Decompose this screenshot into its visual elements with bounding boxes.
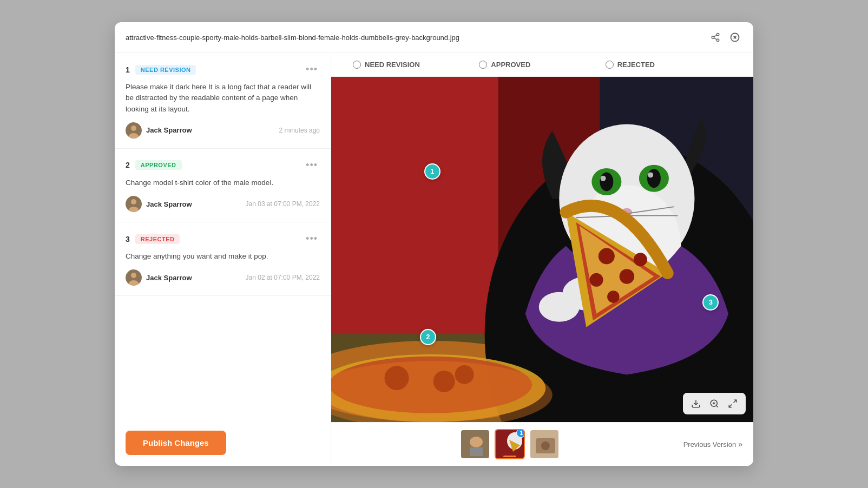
author-name: Jack Sparrow (146, 274, 192, 282)
svg-point-0 (716, 34, 719, 36)
filename-label: attractive-fitness-couple-sporty-male-ho… (126, 34, 702, 42)
svg-point-29 (647, 169, 661, 188)
status-option-label: APPROVED (491, 61, 530, 69)
comment-footer: Jack Sparrow Jan 02 at 07:00 PM, 2022 (126, 269, 320, 286)
comment-time: Jan 02 at 07:00 PM, 2022 (246, 274, 320, 281)
svg-point-46 (607, 291, 620, 303)
comment-footer: Jack Sparrow Jan 03 at 07:00 PM, 2022 (126, 196, 320, 212)
svg-point-44 (590, 273, 603, 287)
svg-point-15 (131, 273, 136, 278)
thumb-badge: 1 (516, 429, 525, 438)
status-bar: NEED REVISION APPROVED REJECTED (331, 53, 753, 77)
comment-text: Change anything you want and make it pop… (126, 251, 320, 262)
svg-line-59 (729, 405, 732, 407)
author-name: Jack Sparrow (146, 200, 192, 208)
previous-version-link[interactable]: Previous Version » (683, 440, 742, 449)
modal-header: attractive-fitness-couple-sporty-male-ho… (115, 22, 753, 53)
zoom-button[interactable] (707, 396, 722, 411)
svg-point-31 (648, 172, 653, 177)
comment-author: Jack Sparrow (126, 269, 192, 286)
comment-number-badge: 2 APPROVED (126, 160, 182, 170)
fullscreen-button[interactable] (725, 396, 740, 411)
comment-text: Please make it dark here It is a long fa… (126, 82, 320, 115)
comment-author: Jack Sparrow (126, 122, 192, 139)
svg-point-42 (599, 248, 615, 264)
comment-number: 1 (126, 65, 130, 74)
svg-line-4 (714, 35, 716, 37)
thumbnail-bar: 1 Previous Version » (331, 422, 753, 466)
previous-version-label: Previous Version (683, 440, 737, 449)
svg-point-1 (712, 36, 714, 39)
avatar (126, 269, 142, 286)
svg-point-61 (470, 437, 483, 447)
download-button[interactable] (688, 396, 703, 411)
comment-text: Change model t-shirt color of the male m… (126, 177, 320, 188)
more-options-button[interactable]: ••• (304, 232, 320, 246)
status-badge: NEED REVISION (135, 65, 196, 75)
svg-point-30 (601, 176, 606, 181)
avatar (126, 196, 142, 212)
status-option-need-revision[interactable]: NEED REVISION (353, 61, 479, 69)
annotation-pin-2[interactable]: 2 (420, 329, 436, 345)
comment-author: Jack Sparrow (126, 196, 192, 212)
publish-area: Publish Changes (115, 420, 331, 466)
left-panel: 1 NEED REVISION ••• Please make it dark … (115, 53, 331, 466)
status-option-approved[interactable]: APPROVED (479, 61, 605, 69)
status-option-label: NEED REVISION (365, 61, 420, 69)
svg-point-68 (541, 441, 550, 450)
modal-body: 1 NEED REVISION ••• Please make it dark … (115, 53, 753, 466)
status-option-label: REJECTED (617, 61, 655, 69)
comment-header: 2 APPROVED ••• (126, 159, 320, 172)
svg-point-9 (131, 126, 136, 131)
thumbnail-1[interactable] (460, 429, 490, 459)
comment-number-badge: 3 REJECTED (126, 234, 180, 244)
status-badge: APPROVED (135, 160, 182, 170)
thumbnail-2[interactable]: 1 (495, 429, 525, 459)
status-radio-approved[interactable] (479, 61, 487, 69)
comment-item: 3 REJECTED ••• Change anything you want … (115, 222, 331, 296)
svg-point-45 (634, 253, 647, 266)
image-area: 1 2 3 (331, 77, 753, 422)
thumbnails: 1 (342, 429, 678, 459)
svg-rect-62 (470, 447, 483, 456)
thumbnail-3[interactable] (529, 429, 560, 459)
svg-line-55 (716, 405, 718, 407)
status-badge: REJECTED (135, 234, 180, 244)
more-options-button[interactable]: ••• (304, 63, 320, 76)
status-radio-need-revision[interactable] (353, 61, 361, 69)
more-options-button[interactable]: ••• (304, 159, 320, 172)
annotation-pin-1[interactable]: 1 (424, 163, 440, 180)
author-name: Jack Sparrow (146, 126, 192, 134)
comment-time: Jan 03 at 07:00 PM, 2022 (246, 200, 320, 208)
status-radio-rejected[interactable] (606, 61, 614, 69)
comment-number: 2 (126, 161, 130, 169)
right-panel: NEED REVISION APPROVED REJECTED (331, 53, 753, 466)
svg-point-2 (716, 39, 719, 42)
comment-number: 3 (126, 235, 130, 243)
chevron-right-icon: » (738, 440, 742, 449)
comment-item: 1 NEED REVISION ••• Please make it dark … (115, 53, 331, 149)
svg-point-12 (131, 199, 136, 205)
svg-point-38 (539, 292, 580, 322)
comment-header: 3 REJECTED ••• (126, 232, 320, 246)
comment-time: 2 minutes ago (279, 127, 320, 134)
header-icons (708, 30, 742, 45)
copy-link-button[interactable] (708, 30, 723, 45)
comment-number-badge: 1 NEED REVISION (126, 65, 196, 75)
comment-header: 1 NEED REVISION ••• (126, 63, 320, 76)
close-button[interactable] (727, 30, 742, 45)
svg-line-3 (714, 38, 716, 39)
status-option-rejected[interactable]: REJECTED (606, 61, 732, 69)
image-toolbar (683, 393, 746, 414)
modal-container: attractive-fitness-couple-sporty-male-ho… (115, 22, 753, 466)
comment-item: 2 APPROVED ••• Change model t-shirt colo… (115, 149, 331, 222)
avatar (126, 122, 142, 139)
svg-point-43 (620, 269, 635, 284)
svg-line-58 (734, 400, 737, 403)
publish-changes-button[interactable]: Publish Changes (126, 431, 226, 455)
comment-footer: Jack Sparrow 2 minutes ago (126, 122, 320, 139)
svg-point-28 (600, 172, 613, 191)
main-image (331, 77, 753, 422)
